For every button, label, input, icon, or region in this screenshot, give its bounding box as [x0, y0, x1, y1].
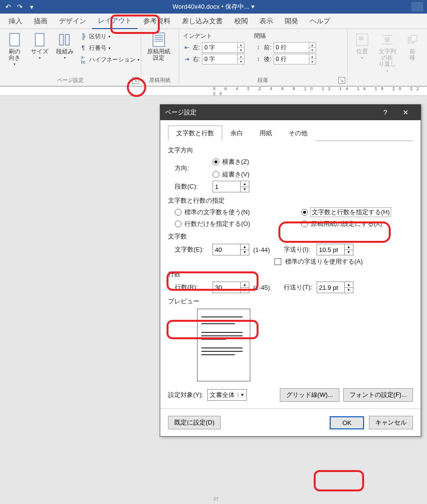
preview-box [197, 309, 250, 381]
account-icon[interactable] [412, 2, 423, 12]
chars-label: 文字数(E): [175, 245, 209, 254]
columns-icon [57, 32, 73, 47]
title-bar: ↶ ↷ ▾ Word40x40.docx • 保存中... ▾ [0, 0, 427, 14]
line-numbers-button[interactable]: ¶行番号 ▾ [79, 43, 139, 53]
breaks-icon: ╠ [79, 32, 87, 40]
chevron-down-icon: ▼ [238, 393, 244, 397]
radio-icon [175, 209, 182, 216]
radio-horizontal[interactable]: 横書き(Z) [213, 158, 249, 166]
apply-to-label: 設定対象(Y): [168, 391, 203, 399]
page-setup-dialog: ページ設定 ? ✕ 文字数と行数 余白 用紙 その他 文字方向 方向: 横書き(… [160, 104, 421, 437]
ribbon: 刷の向き▾ サイズ▾ 段組み▾ ╠区切り ▾ ¶行番号 ▾ a-bcハイフネーシ… [0, 29, 427, 86]
ruler: 8 6 4 2 2 4 6 8 10 12 14 16 18 20 22 24 [0, 86, 427, 96]
lines-label: 行数(R): [175, 283, 209, 292]
dialog-tab-chars-lines[interactable]: 文字数と行数 [168, 126, 222, 141]
dialog-tab-other[interactable]: その他 [280, 126, 316, 141]
close-button[interactable]: ✕ [396, 109, 416, 116]
page-size-icon [32, 32, 47, 47]
indent-right-row: ⇥ 右: ▲▼ [183, 54, 244, 64]
tab-developer[interactable]: 開発 [279, 14, 304, 29]
apply-to-select[interactable]: 文書全体▼ [207, 389, 247, 401]
spacing-after-input[interactable]: ▲▼ [274, 54, 316, 64]
svg-rect-4 [153, 33, 165, 47]
qat-more-icon[interactable]: ▾ [27, 2, 36, 11]
columns-input[interactable]: ▲▼ [213, 181, 249, 192]
group-paragraph: インデント ⇤ 左: ▲▼ ⇥ 右: ▲▼ 間隔 ↕ 前: ▲▼ [179, 29, 348, 86]
tab-review[interactable]: 校閲 [229, 14, 254, 29]
section-chars: 文字数 [168, 232, 413, 241]
set-default-button[interactable]: 既定に設定(D) [168, 416, 221, 429]
position-button[interactable]: 位置▾ [351, 31, 373, 61]
char-pitch-label: 字送り(I): [284, 245, 313, 254]
radio-manuscript[interactable]: 原稿用紙の設定にする(X) [301, 220, 413, 228]
position-icon [354, 32, 370, 47]
section-lines: 行数 [168, 270, 413, 279]
tab-references[interactable]: 参考資料 [137, 14, 176, 29]
chars-range: (1-44) [253, 246, 270, 253]
group-arrange: 位置▾ 文字列の折 り返し▾ 前 移 [348, 29, 427, 86]
dialog-tab-margins[interactable]: 余白 [222, 126, 251, 141]
text-wrap-button[interactable]: 文字列の折 り返し▾ [377, 31, 398, 74]
ribbon-tabs: 挿入 描画 デザイン レイアウト 参考資料 差し込み文書 校閲 表示 開発 ヘル… [0, 14, 427, 29]
gridlines-button[interactable]: グリッド線(W)... [280, 388, 339, 402]
group-page-setup: 刷の向き▾ サイズ▾ 段組み▾ ╠区切り ▾ ¶行番号 ▾ a-bcハイフネーシ… [0, 29, 141, 86]
svg-rect-11 [385, 37, 390, 42]
tab-design[interactable]: デザイン [53, 14, 92, 29]
dialog-titlebar[interactable]: ページ設定 ? ✕ [160, 105, 421, 120]
breaks-button[interactable]: ╠区切り ▾ [79, 31, 139, 42]
tab-mailings[interactable]: 差し込み文書 [176, 14, 229, 29]
tab-layout[interactable]: レイアウト [92, 14, 137, 29]
ok-button[interactable]: OK [330, 416, 364, 429]
chars-input[interactable]: ▲▼ [213, 244, 249, 255]
dialog-tab-paper[interactable]: 用紙 [251, 126, 280, 141]
radio-icon [301, 209, 308, 216]
orientation-button[interactable]: 刷の向き▾ [4, 31, 25, 67]
cancel-button[interactable]: キャンセル [369, 416, 413, 429]
paragraph-launcher[interactable]: ↘ [338, 77, 345, 84]
page-setup-launcher[interactable]: ↘ [132, 77, 139, 84]
svg-rect-10 [359, 36, 364, 40]
help-button[interactable]: ? [375, 109, 396, 116]
char-pitch-input[interactable]: ▲▼ [317, 244, 353, 255]
group-page-setup-label: ページ設定 [4, 77, 137, 85]
lines-range: (1-45) [253, 284, 270, 291]
line-pitch-label: 行送り(T): [284, 283, 313, 292]
spacing-after-row: ↕ 後: ▲▼ [254, 54, 316, 64]
size-button[interactable]: サイズ▾ [29, 31, 50, 61]
spacing-label: 間隔 [254, 32, 316, 40]
indent-left-icon: ⇤ [183, 44, 191, 51]
radio-lines-only[interactable]: 行数だけを指定する(O) [175, 220, 287, 228]
indent-left-input[interactable]: ▲▼ [202, 42, 244, 53]
spacing-before-row: ↕ 前: ▲▼ [254, 42, 316, 53]
svg-rect-2 [60, 34, 63, 45]
svg-rect-0 [10, 33, 19, 46]
radio-icon [301, 220, 308, 227]
dialog-tabs: 文字数と行数 余白 用紙 その他 [168, 125, 413, 141]
columns-button[interactable]: 段組み▾ [54, 31, 76, 61]
group-manuscript-label: 原稿用紙 [145, 77, 175, 85]
manuscript-icon [151, 32, 167, 47]
spacing-after-icon: ↕ [254, 55, 262, 63]
manuscript-paper-button[interactable]: 原稿用紙 設定 [145, 31, 172, 62]
radio-vertical[interactable]: 縦書き(V) [213, 170, 249, 179]
line-pitch-input[interactable]: ▲▼ [317, 282, 353, 293]
tab-view[interactable]: 表示 [254, 14, 279, 29]
spacing-before-input[interactable]: ▲▼ [274, 42, 316, 53]
indent-right-input[interactable]: ▲▼ [202, 54, 244, 64]
tab-help[interactable]: ヘルプ [304, 14, 336, 29]
redo-icon[interactable]: ↷ [15, 2, 24, 11]
hyphenation-button[interactable]: a-bcハイフネーション ▾ [79, 54, 139, 65]
font-settings-button[interactable]: フォントの設定(F)... [343, 388, 413, 402]
use-standard-pitch-checkbox[interactable] [274, 258, 281, 265]
undo-icon[interactable]: ↶ [4, 2, 13, 11]
radio-icon [213, 171, 219, 178]
front-icon [405, 32, 420, 47]
tab-insert[interactable]: 挿入 [3, 14, 28, 29]
lines-input[interactable]: ▲▼ [213, 282, 249, 293]
section-chars-lines-spec: 文字数と行数の指定 [168, 196, 413, 205]
radio-standard-chars[interactable]: 標準の文字数を使う(N) [175, 208, 287, 217]
radio-specify-chars-lines[interactable]: 文字数と行数を指定する(H) [301, 208, 413, 217]
tab-draw[interactable]: 描画 [28, 14, 53, 29]
bring-forward-button[interactable]: 前 移 [402, 31, 423, 62]
preview-label: プレビュー [168, 297, 413, 306]
